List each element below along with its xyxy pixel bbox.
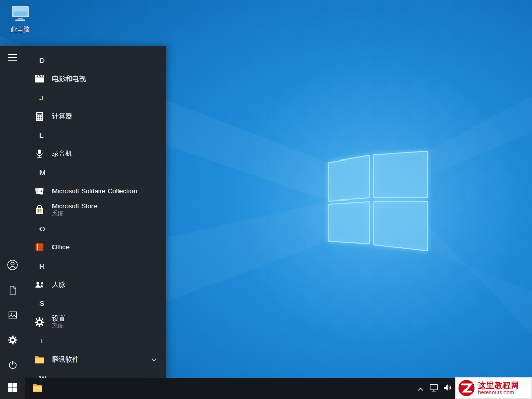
file-explorer-button[interactable] [25, 378, 50, 399]
network-icon [429, 383, 438, 394]
desktop-icon-this-pc[interactable]: 此电脑 [4, 5, 36, 34]
watermark-title: 这里教程网 [478, 381, 520, 390]
app-section-letter-d[interactable]: D [25, 51, 166, 70]
app-section-letter-l[interactable]: L [25, 126, 166, 144]
folder-icon [33, 353, 46, 366]
calculator-icon [33, 110, 46, 123]
hamburger-icon [8, 54, 17, 63]
network-button[interactable] [427, 378, 441, 399]
folder-icon [31, 381, 44, 396]
app-item-voice-recorder[interactable]: 录音机 [25, 144, 166, 163]
app-sublabel: 系统 [52, 210, 97, 217]
user-icon [7, 259, 18, 273]
gear-icon [33, 316, 46, 328]
pictures-button[interactable] [0, 303, 25, 328]
app-item-solitaire[interactable]: Microsoft Solitaire Collection [25, 182, 166, 201]
start-menu-rail [0, 46, 25, 378]
app-label: Microsoft Solitaire Collection [52, 188, 137, 195]
app-label: Microsoft Store [52, 203, 97, 210]
app-item-movies-tv[interactable]: 电影和电视 [25, 70, 166, 88]
app-section-letter-o[interactable]: O [25, 219, 166, 238]
app-label: 录音机 [52, 150, 72, 158]
people-icon [33, 278, 46, 291]
settings-button[interactable] [0, 328, 25, 353]
volume-button[interactable] [441, 378, 454, 399]
documents-button[interactable] [0, 278, 25, 303]
account-button[interactable] [0, 254, 25, 278]
power-button[interactable] [0, 353, 25, 378]
office-icon [33, 241, 46, 254]
expand-menu-button[interactable] [0, 46, 25, 71]
speaker-icon [443, 383, 452, 394]
app-label: Office [52, 244, 70, 251]
start-button[interactable] [0, 378, 25, 399]
tray-overflow-button[interactable] [414, 378, 427, 399]
taskbar [0, 378, 532, 399]
watermark-text: 这里教程网 herecours.com [478, 381, 520, 396]
app-item-people[interactable]: 人脉 [25, 275, 166, 294]
app-item-settings[interactable]: 设置 系统 [25, 313, 166, 331]
app-item-calculator[interactable]: 计算器 [25, 107, 166, 126]
app-label: 设置 [52, 315, 65, 323]
pictures-icon [8, 310, 18, 322]
app-section-letter-r[interactable]: R [25, 257, 166, 275]
gear-icon [7, 335, 18, 348]
start-menu-app-list: D 电影和电视 J [25, 46, 166, 378]
chevron-up-icon [418, 384, 423, 393]
app-label: 腾讯软件 [52, 356, 79, 364]
store-bag-icon [33, 204, 46, 216]
app-section-letter-s[interactable]: S [25, 294, 166, 313]
microphone-icon [33, 148, 46, 160]
windows-logo-icon [8, 383, 17, 394]
desktop-icon-label: 此电脑 [11, 25, 30, 34]
app-sublabel: 系统 [52, 323, 65, 329]
watermark-logo-icon [458, 379, 475, 397]
computer-icon [11, 5, 30, 24]
app-label: 人脉 [52, 281, 65, 289]
start-menu: D 电影和电视 J [0, 46, 166, 378]
watermark: 这里教程网 herecours.com [455, 377, 532, 399]
app-section-letter-m[interactable]: M [25, 163, 166, 182]
app-section-letter-j[interactable]: J [25, 88, 166, 107]
watermark-domain: herecours.com [478, 390, 520, 396]
app-item-microsoft-store[interactable]: Microsoft Store 系统 [25, 201, 166, 219]
movies-tv-icon [33, 73, 46, 85]
app-label: 电影和电视 [52, 75, 86, 83]
chevron-down-icon[interactable] [151, 358, 157, 362]
app-label: 计算器 [52, 113, 72, 121]
app-item-tencent-folder[interactable]: 腾讯软件 [25, 350, 166, 369]
power-icon [8, 360, 18, 372]
app-section-letter-w[interactable]: W [25, 369, 166, 378]
app-section-letter-t[interactable]: T [25, 331, 166, 350]
app-item-office[interactable]: Office [25, 238, 166, 257]
desktop: 此电脑 [0, 0, 532, 399]
document-icon [8, 285, 18, 297]
cards-icon [33, 185, 46, 197]
